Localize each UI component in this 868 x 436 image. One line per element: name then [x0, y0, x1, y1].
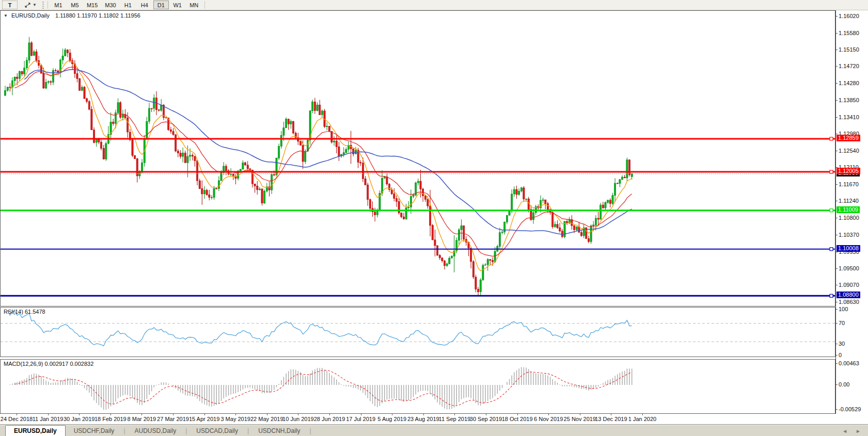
macd-axis-tick: 0.00	[839, 381, 849, 387]
date-axis-label: 22 May 2019	[250, 416, 283, 422]
timeframe-button-M30[interactable]: M30	[102, 1, 119, 9]
timeframe-button-D1[interactable]: D1	[153, 1, 169, 9]
arrows-icon	[24, 2, 31, 8]
date-axis-label: 30 Sep 2019	[470, 416, 502, 422]
axis-tick-mark	[836, 66, 838, 67]
axis-tick-mark	[836, 384, 838, 385]
chart-tab-bar: EURUSD,DailyUSDCHF,Daily|AUDUSD,Daily|US…	[0, 424, 868, 436]
tab-usdcnh-daily[interactable]: USDCNH,Daily	[250, 426, 308, 436]
price-axis-tick: 1.15150	[839, 46, 859, 53]
axis-tick-mark	[836, 83, 838, 84]
hline-price-tag: 1.12005	[837, 168, 860, 174]
price-axis-tick: 1.13850	[839, 97, 859, 103]
tab-separator: |	[122, 426, 126, 436]
date-tick-mark	[204, 414, 205, 415]
timeframe-button-M15[interactable]: M15	[84, 1, 101, 9]
tab-separator: |	[246, 426, 250, 436]
tab-eurusd-daily[interactable]: EURUSD,Daily	[5, 425, 66, 436]
date-axis-label: 23 Aug 2019	[407, 416, 439, 422]
price-axis-tick: 1.14280	[839, 80, 859, 86]
text-tool-button[interactable]: T	[2, 1, 18, 9]
tab-separator: |	[184, 426, 188, 436]
arrows-tool-button[interactable]: ▼	[21, 1, 40, 9]
toolbar-separator	[204, 1, 205, 9]
collapse-chart-icon[interactable]: ▼	[4, 13, 8, 18]
rsi-indicator-panel: RSI(14) 61.5478	[0, 307, 835, 357]
tab-usdcad-daily[interactable]: USDCAD,Daily	[188, 426, 246, 436]
date-tick-mark	[235, 414, 236, 415]
date-tick-mark	[17, 414, 17, 415]
axis-tick-mark	[836, 309, 838, 310]
axis-tick-mark	[836, 151, 838, 151]
tab-usdchf-daily[interactable]: USDCHF,Daily	[66, 426, 123, 436]
tab-scroll-left-icon[interactable]: ◄	[842, 428, 847, 434]
date-axis-label: 18 Oct 2019	[502, 416, 533, 422]
axis-tick-mark	[836, 323, 838, 324]
date-tick-mark	[298, 414, 298, 415]
timeframe-button-MN[interactable]: MN	[186, 1, 202, 9]
axis-tick-mark	[836, 50, 838, 50]
timeframe-toolbar: M1M5M15M30H1H4D1W1MN	[50, 1, 202, 9]
date-tick-mark	[173, 414, 173, 415]
axis-tick-mark	[836, 117, 838, 118]
timeframe-button-M5[interactable]: M5	[67, 1, 83, 9]
date-tick-mark	[329, 414, 330, 415]
macd-canvas[interactable]	[1, 360, 835, 413]
tab-scroll-right-icon[interactable]: ►	[856, 428, 861, 434]
tab-audusd-daily[interactable]: AUDUSD,Daily	[127, 426, 185, 436]
tab-scroll-controls: ◄ ►	[842, 428, 861, 434]
timeframe-button-H1[interactable]: H1	[120, 1, 136, 9]
price-axis-tick: 1.13410	[839, 114, 859, 120]
axis-tick-mark	[836, 16, 838, 17]
price-axis[interactable]: 1.160201.155801.151501.147201.142801.138…	[835, 10, 868, 414]
date-axis-label: 11 Sep 2019	[439, 416, 471, 422]
chart-ohlc-values: 1.11880 1.11970 1.11802 1.11956	[55, 12, 140, 19]
rsi-axis-tick: 70	[839, 320, 845, 326]
price-axis-tick: 1.11670	[839, 181, 859, 187]
macd-indicator-panel: MACD(12,26,9) 0.002917 0.002832	[0, 359, 835, 414]
date-axis-label: 25 Nov 2019	[564, 416, 596, 422]
date-axis-label: 8 Mar 2019	[128, 416, 156, 422]
price-axis-tick: 1.09500	[839, 265, 859, 271]
date-axis[interactable]: 24 Dec 201811 Jan 201930 Jan 201918 Feb …	[0, 414, 868, 424]
price-axis-tick: 1.10370	[839, 232, 859, 238]
axis-tick-mark	[836, 302, 838, 302]
date-axis-label: 28 Jun 2019	[314, 416, 345, 422]
price-axis-tick: 1.10800	[839, 215, 859, 221]
price-axis-tick: 1.14720	[839, 63, 859, 69]
timeframe-button-W1[interactable]: W1	[170, 1, 185, 9]
toolbar-separator	[48, 1, 48, 9]
chart-symbol-label: EURUSD,Daily	[11, 12, 50, 19]
date-axis-label: 15 Apr 2019	[189, 416, 219, 422]
date-axis-label: 24 Dec 2018	[1, 416, 33, 422]
date-tick-mark	[454, 414, 455, 415]
axis-tick-mark	[836, 355, 838, 356]
price-axis-tick: 1.09070	[839, 282, 859, 288]
date-axis-label: 30 Jan 2019	[64, 416, 95, 422]
rsi-canvas[interactable]	[1, 308, 835, 357]
date-axis-label: 6 Nov 2019	[534, 416, 563, 422]
hline-price-tag: 1.08800	[837, 292, 860, 298]
date-tick-mark	[548, 414, 549, 415]
date-tick-mark	[141, 414, 142, 415]
date-tick-mark	[642, 414, 643, 415]
timeframe-button-M1[interactable]: M1	[51, 1, 66, 9]
dropdown-caret-icon: ▼	[33, 3, 37, 7]
date-axis-label: 13 Dec 2019	[595, 416, 627, 422]
date-tick-mark	[267, 414, 267, 415]
date-tick-mark	[517, 414, 518, 415]
date-tick-mark	[111, 414, 111, 415]
timeframe-button-H4[interactable]: H4	[137, 1, 152, 9]
date-axis-label: 5 Aug 2019	[377, 416, 406, 422]
date-tick-mark	[392, 414, 392, 415]
axis-tick-mark	[836, 218, 838, 218]
axis-tick-mark	[836, 285, 838, 285]
chart-title: ▼ EURUSD,Daily 1.11880 1.11970 1.11802 1…	[4, 12, 140, 19]
toolbar: T ▼ M1M5M15M30H1H4D1W1MN	[0, 0, 868, 10]
date-axis-label: 18 Feb 2019	[94, 416, 127, 422]
toolbar-grip[interactable]	[42, 2, 44, 9]
date-axis-label: 17 Jul 2019	[346, 416, 375, 422]
price-chart-canvas[interactable]	[1, 11, 835, 306]
date-tick-mark	[486, 414, 486, 415]
axis-tick-mark	[836, 134, 838, 134]
